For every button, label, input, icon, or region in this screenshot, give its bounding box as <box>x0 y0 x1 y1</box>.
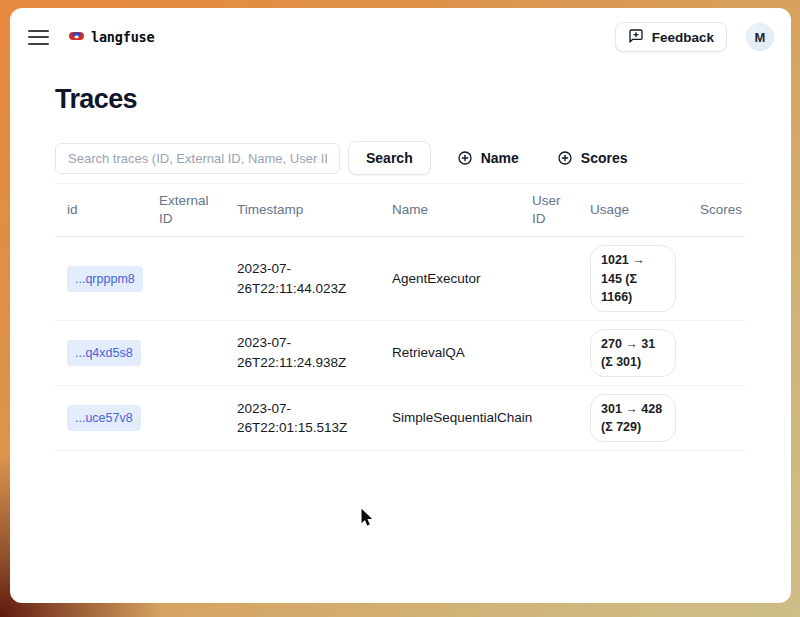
usage-badge: 301 → 428 (Σ 729) <box>590 394 676 442</box>
usage-badge: 1021 → 145 (Σ 1166) <box>590 245 676 311</box>
menu-icon[interactable] <box>28 30 49 45</box>
topbar-left: langfuse <box>28 28 154 46</box>
message-square-plus-icon <box>628 28 644 47</box>
name-cell: SimpleSequentialChain <box>380 386 520 451</box>
brand[interactable]: langfuse <box>69 28 154 46</box>
brand-name: langfuse <box>91 29 154 45</box>
user-id-cell <box>520 237 578 320</box>
main-content: Traces Search Name <box>10 85 791 451</box>
table-row[interactable]: ...uce57v8 2023-07-26T22:01:15.513Z Simp… <box>55 386 745 451</box>
name-cell: AgentExecutor <box>380 237 520 320</box>
filter-name-label: Name <box>481 150 519 166</box>
scores-cell <box>688 237 745 320</box>
column-header-scores: Scores <box>688 184 745 237</box>
external-id-cell <box>147 386 225 451</box>
traces-table: id External ID Timestamp Name User ID Us… <box>55 183 746 451</box>
column-header-user-id: User ID <box>520 184 578 237</box>
name-cell: RetrievalQA <box>380 320 520 385</box>
table-row[interactable]: ...q4xd5s8 2023-07-26T22:11:24.938Z Retr… <box>55 320 745 385</box>
filter-scores-label: Scores <box>581 150 628 166</box>
external-id-cell <box>147 320 225 385</box>
langfuse-logo-icon <box>69 28 84 46</box>
timestamp-cell: 2023-07-26T22:01:15.513Z <box>225 386 380 451</box>
usage-badge: 270 → 31 (Σ 301) <box>590 329 676 377</box>
filter-button-name[interactable]: Name <box>445 141 531 175</box>
table-header-row: id External ID Timestamp Name User ID Us… <box>55 184 745 237</box>
column-header-external-id: External ID <box>147 184 225 237</box>
avatar-initial: M <box>755 30 766 45</box>
page-title: Traces <box>55 85 746 114</box>
scores-cell <box>688 320 745 385</box>
user-id-cell <box>520 320 578 385</box>
search-button[interactable]: Search <box>348 141 431 175</box>
column-header-timestamp: Timestamp <box>225 184 380 237</box>
timestamp-cell: 2023-07-26T22:11:44.023Z <box>225 237 380 320</box>
trace-id-link[interactable]: ...qrpppm8 <box>67 266 143 292</box>
feedback-label: Feedback <box>652 30 714 45</box>
column-header-name: Name <box>380 184 520 237</box>
trace-id-link[interactable]: ...uce57v8 <box>67 405 141 431</box>
toolbar: Search Name <box>55 141 746 175</box>
table-row[interactable]: ...qrpppm8 2023-07-26T22:11:44.023Z Agen… <box>55 237 745 320</box>
plus-circle-icon <box>557 150 573 166</box>
scores-cell <box>688 386 745 451</box>
trace-id-link[interactable]: ...q4xd5s8 <box>67 340 141 366</box>
filter-button-scores[interactable]: Scores <box>545 141 640 175</box>
app-window: langfuse Feedback M Traces <box>10 8 791 603</box>
feedback-button[interactable]: Feedback <box>615 22 727 52</box>
search-input[interactable] <box>55 143 340 174</box>
timestamp-cell: 2023-07-26T22:11:24.938Z <box>225 320 380 385</box>
column-header-id: id <box>55 184 147 237</box>
topbar-right: Feedback M <box>615 22 774 52</box>
avatar[interactable]: M <box>746 23 774 51</box>
topbar: langfuse Feedback M <box>10 8 791 53</box>
column-header-usage: Usage <box>578 184 688 237</box>
plus-circle-icon <box>457 150 473 166</box>
external-id-cell <box>147 237 225 320</box>
